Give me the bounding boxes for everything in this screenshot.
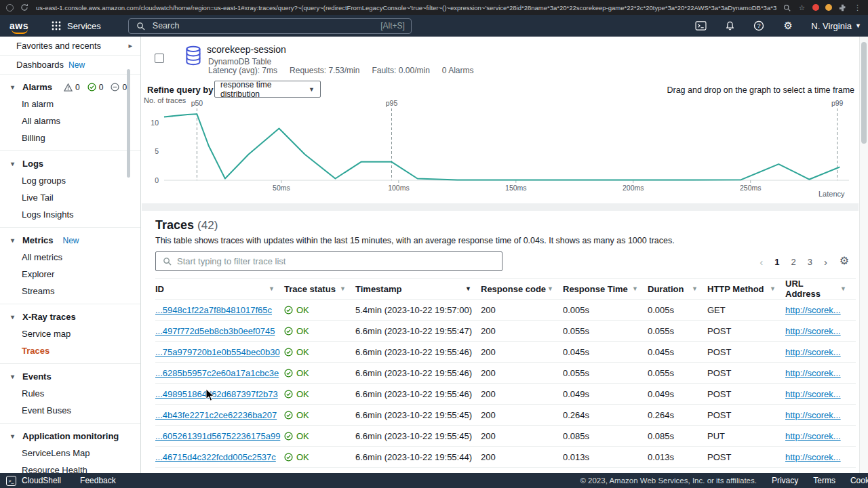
services-menu[interactable]: Services bbox=[50, 20, 101, 32]
bookmark-star-icon[interactable]: ☆ bbox=[797, 3, 806, 12]
grid-icon bbox=[50, 20, 62, 32]
sort-icon[interactable]: ▼ bbox=[465, 285, 471, 292]
trace-id-link[interactable]: ...5948c1f22a7f8b481017f65c bbox=[155, 305, 272, 315]
section-header-events[interactable]: ▾Events bbox=[0, 368, 140, 385]
sidebar-item-event-buses[interactable]: Event Buses bbox=[0, 402, 140, 419]
sort-icon[interactable]: ▼ bbox=[547, 285, 553, 292]
sidebar-scrollbar[interactable] bbox=[127, 69, 130, 178]
page-button-2[interactable]: 2 bbox=[791, 257, 796, 267]
trace-id-link[interactable]: ...6285b5957c2e60a17a1cbc3e bbox=[155, 368, 279, 378]
search-icon[interactable] bbox=[783, 3, 791, 12]
sort-icon[interactable]: ▼ bbox=[840, 285, 846, 292]
column-header-timestamp[interactable]: Timestamp▼ bbox=[355, 279, 481, 300]
browser-profile-icon[interactable] bbox=[6, 4, 14, 12]
trace-id-link[interactable]: ...497f772d5eb8cb3b0eef0745 bbox=[155, 326, 275, 336]
sidebar-item-traces[interactable]: Traces bbox=[0, 342, 140, 359]
latency-chart[interactable]: No. of traces051050ms100ms150ms200ms250m… bbox=[144, 96, 854, 199]
settings-gear-icon[interactable]: ⚙ bbox=[782, 20, 794, 32]
sidebar-item-logs-insights[interactable]: Logs Insights bbox=[0, 206, 140, 223]
extensions-icon[interactable] bbox=[838, 3, 847, 12]
page-button-1[interactable]: 1 bbox=[774, 257, 779, 267]
trace-id-link[interactable]: ...605261391d56752236175a99 bbox=[155, 431, 280, 441]
notifications-bell-icon[interactable] bbox=[724, 20, 736, 32]
scrollbar-thumb[interactable] bbox=[861, 42, 867, 144]
page-button-3[interactable]: 3 bbox=[808, 257, 812, 267]
column-header-trace-status[interactable]: Trace status▼ bbox=[284, 279, 355, 300]
sidebar-item-resource-health[interactable]: Resource Health bbox=[0, 462, 140, 473]
extension-badge-icon[interactable] bbox=[825, 4, 832, 11]
sidebar-item-streams[interactable]: Streams bbox=[0, 283, 140, 300]
table-row: ...498951864d62d687397f2b73OK6.6min (202… bbox=[155, 384, 856, 405]
sidebar-item-service-map[interactable]: Service map bbox=[0, 325, 140, 342]
sort-icon[interactable]: ▼ bbox=[770, 285, 776, 292]
trace-id-link[interactable]: ...46715d4c322fcdd005c2537c bbox=[155, 452, 276, 462]
feedback-link[interactable]: Feedback bbox=[80, 476, 116, 485]
sidebar-item-live-tail[interactable]: Live Tail bbox=[0, 189, 140, 206]
record-indicator-icon[interactable] bbox=[812, 4, 819, 11]
section-header-metrics[interactable]: ▾MetricsNew bbox=[0, 232, 140, 249]
sidebar-item-all-alarms[interactable]: All alarms bbox=[0, 113, 140, 129]
browser-menu-icon[interactable]: ⋮ bbox=[853, 3, 862, 12]
trace-url-link[interactable]: http://scorek... bbox=[785, 410, 841, 420]
column-header-response-time[interactable]: Response Time▼ bbox=[563, 279, 648, 300]
sidebar-item-rules[interactable]: Rules bbox=[0, 385, 140, 402]
sidebar-item-dashboards[interactable]: DashboardsNew bbox=[0, 56, 140, 75]
sidebar-item-log-groups[interactable]: Log groups bbox=[0, 172, 140, 189]
global-search[interactable]: Search [Alt+S] bbox=[128, 18, 412, 34]
trace-url-link[interactable]: http://scorek... bbox=[785, 326, 841, 336]
column-header-response-code[interactable]: Response code▼ bbox=[481, 279, 563, 300]
column-header-duration[interactable]: Duration▼ bbox=[648, 279, 707, 300]
aws-logo[interactable]: aws bbox=[9, 20, 28, 31]
address-bar[interactable]: us-east-1.console.aws.amazon.com/cloudwa… bbox=[36, 4, 776, 12]
refresh-icon[interactable] bbox=[20, 3, 28, 12]
section-header-application-monitoring[interactable]: ▾Application monitoring bbox=[0, 428, 140, 445]
refine-query-dropdown[interactable]: response time distribution ▼ bbox=[214, 81, 321, 98]
sidebar-item-billing[interactable]: Billing bbox=[0, 129, 140, 146]
cloudshell-icon[interactable] bbox=[694, 20, 707, 32]
column-header-id[interactable]: ID▼ bbox=[155, 279, 284, 300]
response-time-cell: 0.055s bbox=[563, 321, 648, 342]
help-icon[interactable]: ? bbox=[753, 20, 765, 32]
trace-url-link[interactable]: http://scorek... bbox=[785, 389, 841, 399]
privacy-link[interactable]: Privacy bbox=[772, 476, 798, 485]
column-header-url-address[interactable]: URL Address▼ bbox=[785, 279, 856, 300]
sort-icon[interactable]: ▼ bbox=[692, 285, 698, 292]
sidebar-item-in-alarm[interactable]: In alarm bbox=[0, 96, 140, 113]
resource-checkbox[interactable] bbox=[155, 54, 164, 63]
section-header-alarms[interactable]: ▾Alarms000 bbox=[0, 79, 140, 96]
cloudshell-link[interactable]: CloudShell bbox=[22, 476, 61, 485]
http-method-cell: POST bbox=[707, 363, 785, 384]
trace-status: OK bbox=[284, 452, 351, 462]
trace-id-link[interactable]: ...75a979720b1e0b554bec0b30 bbox=[155, 347, 280, 357]
trace-id-link[interactable]: ...4b43fe2271c2ce62236ba207 bbox=[155, 410, 277, 420]
sort-icon[interactable]: ▼ bbox=[632, 285, 638, 292]
trace-id-link[interactable]: ...498951864d62d687397f2b73 bbox=[155, 389, 278, 399]
trace-filter-input[interactable] bbox=[177, 256, 495, 266]
column-header-http-method[interactable]: HTTP Method▼ bbox=[707, 279, 785, 300]
sidebar-item-servicelens-map[interactable]: ServiceLens Map bbox=[0, 445, 140, 462]
trace-url-link[interactable]: http://scorek... bbox=[785, 452, 841, 462]
warning-icon: 0 bbox=[64, 83, 80, 92]
sidebar-item-all-metrics[interactable]: All metrics bbox=[0, 249, 140, 266]
trace-url-link[interactable]: http://scorek... bbox=[785, 347, 841, 357]
table-settings-gear-icon[interactable]: ⚙ bbox=[840, 254, 849, 267]
trace-status: OK bbox=[284, 326, 351, 336]
terms-link[interactable]: Terms bbox=[813, 476, 835, 485]
sidebar-item-favorites-and-recents[interactable]: Favorites and recents▸ bbox=[0, 37, 140, 56]
section-header-x-ray-traces[interactable]: ▾X-Ray traces bbox=[0, 308, 140, 325]
previous-page-button[interactable]: ‹ bbox=[760, 256, 763, 268]
sort-icon[interactable]: ▼ bbox=[340, 285, 346, 292]
trace-url-link[interactable]: http://scorek... bbox=[785, 305, 841, 315]
page-scrollbar[interactable] bbox=[859, 37, 868, 473]
section-header-logs[interactable]: ▾Logs bbox=[0, 155, 140, 172]
response-time-cell: 0.055s bbox=[563, 363, 648, 384]
region-selector[interactable]: N. Virginia ▼ bbox=[811, 21, 861, 31]
cloudshell-icon[interactable]: >_ bbox=[6, 476, 16, 486]
cookie-preferences-link[interactable]: Cookie preferences bbox=[850, 476, 868, 485]
sidebar-item-explorer[interactable]: Explorer bbox=[0, 266, 140, 283]
trace-url-link[interactable]: http://scorek... bbox=[785, 431, 841, 441]
trace-url-link[interactable]: http://scorek... bbox=[785, 368, 841, 378]
next-page-button[interactable]: › bbox=[824, 256, 827, 268]
resource-stats: Latency (avg): 7ms Requests: 7.53/min Fa… bbox=[208, 66, 474, 75]
sort-icon[interactable]: ▼ bbox=[269, 285, 275, 292]
